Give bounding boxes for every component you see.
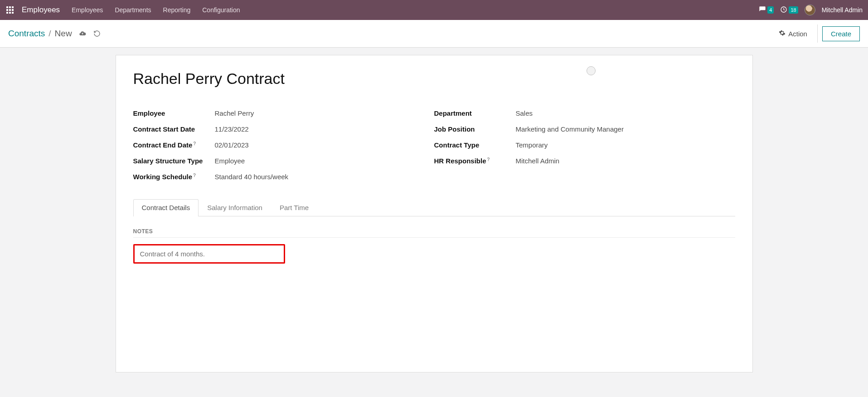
action-button[interactable]: Action	[773, 27, 813, 40]
label-hr-responsible: HR Responsible?	[434, 157, 516, 165]
svg-rect-7	[9, 12, 11, 14]
create-button[interactable]: Create	[822, 26, 860, 41]
chat-icon	[759, 6, 766, 15]
messaging-menu[interactable]: 4	[759, 6, 774, 15]
discard-icon[interactable]	[93, 29, 101, 38]
gear-icon	[779, 29, 786, 38]
label-end-date: Contract End Date?	[133, 141, 215, 149]
form-columns: Employee Rachel Perry Contract Start Dat…	[133, 109, 735, 189]
nav-menu: Employees Departments Reporting Configur…	[72, 6, 240, 14]
value-salary-structure[interactable]: Employee	[215, 157, 245, 165]
col-right: Department Sales Job Position Marketing …	[434, 109, 735, 189]
username[interactable]: Mitchell Admin	[822, 6, 863, 14]
nav-configuration[interactable]: Configuration	[202, 6, 240, 14]
label-employee: Employee	[133, 109, 215, 117]
activities-menu[interactable]: 18	[780, 6, 798, 15]
field-end-date: Contract End Date? 02/01/2023	[133, 141, 434, 149]
value-working-schedule[interactable]: Standard 40 hours/week	[215, 173, 289, 181]
label-job-position: Job Position	[434, 125, 516, 133]
tab-salary-information[interactable]: Salary Information	[199, 199, 271, 216]
breadcrumb-root[interactable]: Contracts	[8, 29, 45, 39]
value-end-date[interactable]: 02/01/2023	[215, 141, 249, 149]
label-department: Department	[434, 109, 516, 117]
value-department[interactable]: Sales	[516, 109, 533, 117]
field-employee: Employee Rachel Perry	[133, 109, 434, 117]
nav-employees[interactable]: Employees	[72, 6, 103, 14]
field-start-date: Contract Start Date 11/23/2022	[133, 125, 434, 133]
value-hr-responsible[interactable]: Mitchell Admin	[516, 157, 560, 165]
action-label: Action	[788, 30, 807, 38]
notes-highlight-box: Contract of 4 months.	[133, 244, 285, 264]
avatar[interactable]	[805, 5, 815, 15]
separator	[817, 25, 818, 43]
value-start-date[interactable]: 11/23/2022	[215, 125, 249, 133]
cp-status-icons	[78, 29, 101, 38]
help-icon[interactable]: ?	[487, 157, 490, 162]
svg-rect-0	[6, 6, 8, 8]
tab-part-time[interactable]: Part Time	[271, 199, 317, 216]
svg-rect-4	[9, 9, 11, 11]
topbar: Employees Employees Departments Reportin…	[0, 0, 868, 20]
help-icon[interactable]: ?	[193, 173, 196, 178]
col-left: Employee Rachel Perry Contract Start Dat…	[133, 109, 434, 189]
value-job-position[interactable]: Marketing and Community Manager	[516, 125, 624, 133]
notes-title: Notes	[133, 228, 735, 238]
content-scroll[interactable]: Rachel Perry Contract Employee Rachel Pe…	[0, 48, 868, 397]
help-icon[interactable]: ?	[193, 141, 196, 146]
label-start-date: Contract Start Date	[133, 125, 215, 133]
breadcrumb: Contracts / New	[8, 29, 72, 39]
value-employee[interactable]: Rachel Perry	[215, 109, 254, 117]
value-contract-type[interactable]: Temporary	[516, 141, 548, 149]
clock-count: 18	[789, 6, 798, 14]
field-job-position: Job Position Marketing and Community Man…	[434, 125, 735, 133]
topbar-right: 4 18 Mitchell Admin	[759, 5, 863, 15]
breadcrumb-current: New	[55, 29, 72, 39]
svg-rect-8	[12, 12, 14, 14]
field-working-schedule: Working Schedule? Standard 40 hours/week	[133, 173, 434, 181]
form-sheet: Rachel Perry Contract Employee Rachel Pe…	[116, 55, 753, 372]
apps-icon[interactable]	[5, 6, 22, 14]
app-brand[interactable]: Employees	[22, 5, 60, 15]
control-panel: Contracts / New Action Create	[0, 20, 868, 48]
nav-reporting[interactable]: Reporting	[163, 6, 191, 14]
field-department: Department Sales	[434, 109, 735, 117]
contract-title[interactable]: Rachel Perry Contract	[133, 70, 735, 88]
tabs: Contract Details Salary Information Part…	[133, 199, 735, 216]
svg-rect-2	[12, 6, 14, 8]
tab-contract-details[interactable]: Contract Details	[133, 199, 199, 216]
field-contract-type: Contract Type Temporary	[434, 141, 735, 149]
label-salary-structure: Salary Structure Type	[133, 157, 215, 165]
svg-rect-6	[6, 12, 8, 14]
chat-count: 4	[767, 6, 774, 14]
svg-rect-5	[12, 9, 14, 11]
breadcrumb-sep: /	[48, 29, 51, 39]
field-hr-responsible: HR Responsible? Mitchell Admin	[434, 157, 735, 165]
label-working-schedule: Working Schedule?	[133, 173, 215, 181]
field-salary-structure: Salary Structure Type Employee	[133, 157, 434, 165]
label-contract-type: Contract Type	[434, 141, 516, 149]
cloud-save-icon[interactable]	[78, 29, 87, 38]
notes-text[interactable]: Contract of 4 months.	[140, 250, 278, 258]
svg-rect-1	[9, 6, 11, 8]
svg-rect-3	[6, 9, 8, 11]
clock-icon	[780, 6, 787, 15]
nav-departments[interactable]: Departments	[115, 6, 151, 14]
